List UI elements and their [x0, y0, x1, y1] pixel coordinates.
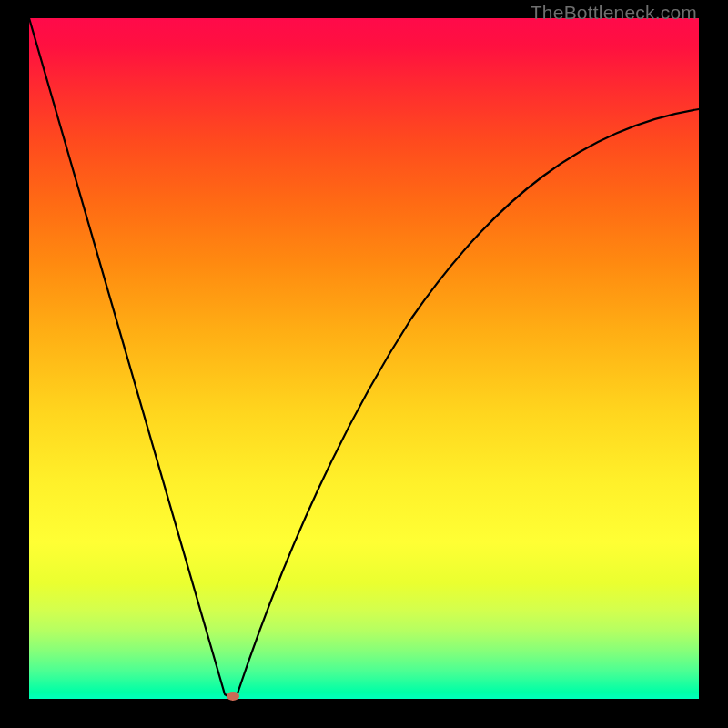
watermark-text: TheBottleneck.com — [531, 2, 697, 24]
chart-container: TheBottleneck.com — [0, 0, 728, 728]
curve-layer — [29, 18, 699, 699]
plot-area — [29, 18, 699, 699]
minimum-marker — [227, 692, 239, 701]
bottleneck-curve — [29, 18, 699, 696]
